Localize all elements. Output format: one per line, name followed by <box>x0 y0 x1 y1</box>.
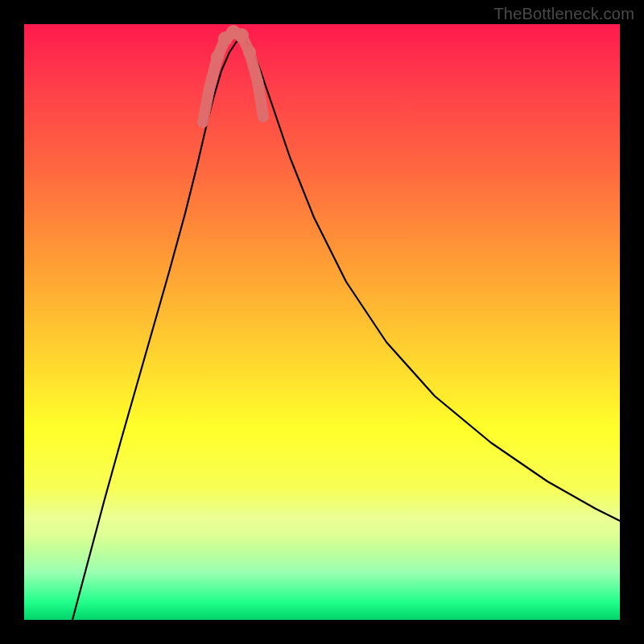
valley-markers <box>199 25 268 126</box>
svg-point-6 <box>243 46 256 59</box>
plot-area <box>24 24 620 620</box>
bottleneck-curve <box>72 40 620 620</box>
chart-frame: TheBottleneck.com <box>0 0 644 644</box>
svg-point-1 <box>204 83 215 94</box>
svg-point-7 <box>252 76 263 87</box>
watermark-text: TheBottleneck.com <box>493 5 634 23</box>
svg-point-2 <box>211 51 224 64</box>
curve-layer <box>24 24 620 620</box>
svg-point-8 <box>258 112 268 122</box>
svg-point-5 <box>234 28 249 43</box>
svg-point-0 <box>199 118 207 126</box>
